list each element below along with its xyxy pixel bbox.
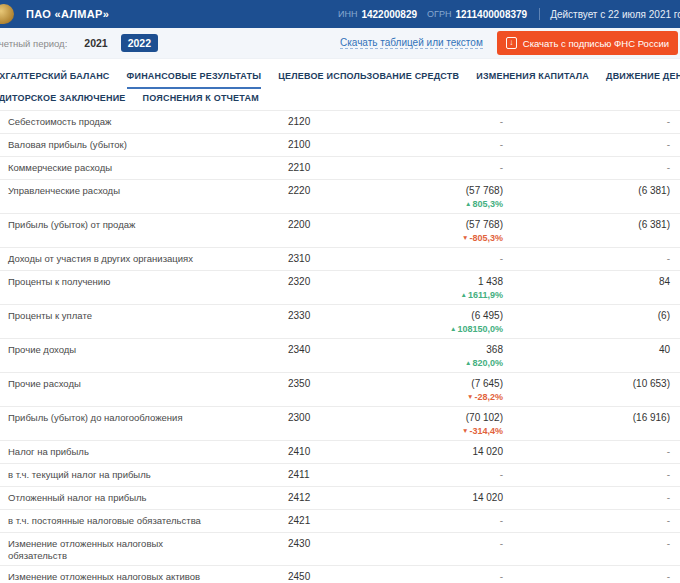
cell-value: - xyxy=(667,446,670,457)
value-prior: (6 381) xyxy=(503,185,680,197)
status-badge: Действует с 22 июля 2021 года xyxy=(550,9,680,20)
row-code: 2220 xyxy=(288,185,358,196)
value-prior: 84 xyxy=(503,276,680,288)
row-code: 2210 xyxy=(288,162,358,173)
value-prior: (6) xyxy=(503,310,680,322)
row-code: 2430 xyxy=(288,538,358,549)
tab-capital-changes[interactable]: ИЗМЕНЕНИЯ КАПИТАЛА xyxy=(476,67,589,89)
year-2022-button[interactable]: 2022 xyxy=(121,34,158,52)
value-prior: (16 916) xyxy=(503,412,680,424)
value-prior: - xyxy=(503,116,680,128)
table-row: Налог на прибыль241014 020- xyxy=(0,441,680,464)
value-prior: - xyxy=(503,446,680,458)
value-current: (6 495)▲108150,0% xyxy=(358,310,503,335)
change-percent: ▼-314,4% xyxy=(358,425,503,437)
cell-value: (57 768) xyxy=(466,185,503,196)
table-row: Отложенный налог на прибыль241214 020- xyxy=(0,487,680,510)
cell-value: 84 xyxy=(659,276,670,287)
row-label: Прочие доходы xyxy=(0,344,288,356)
table-row: Проценты к уплате2330(6 495)▲108150,0%(6… xyxy=(0,305,680,339)
row-code: 2300 xyxy=(288,412,358,423)
cell-value: - xyxy=(667,253,670,264)
change-percent: ▼-28,2% xyxy=(358,391,503,403)
row-code: 2412 xyxy=(288,492,358,503)
top-header-bar: ПАО «АЛМАР» ИНН 1422000829 ОГРН 12114000… xyxy=(0,0,680,28)
row-label: Прочие расходы xyxy=(0,378,288,390)
value-prior: - xyxy=(503,515,680,527)
row-label: в т.ч. текущий налог на прибыль xyxy=(0,469,288,481)
value-current: - xyxy=(358,469,503,481)
value-current: - xyxy=(358,571,503,583)
row-label: Прибыль (убыток) до налогообложения xyxy=(0,412,288,424)
value-current: - xyxy=(358,515,503,527)
change-percent: ▲1611,9% xyxy=(358,289,503,301)
table-row: Валовая прибыль (убыток)2100-- xyxy=(0,134,680,157)
table-row: в т.ч. постоянные налоговые обязательств… xyxy=(0,510,680,533)
cell-value: - xyxy=(667,469,670,480)
tab-report-notes[interactable]: ПОЯСНЕНИЯ К ОТЧЕТАМ xyxy=(143,89,259,109)
download-icon: ↓ xyxy=(506,37,517,49)
triangle-down-icon: ▼ xyxy=(462,234,468,241)
tab-target-funds[interactable]: ЦЕЛЕВОЕ ИСПОЛЬЗОВАНИЕ СРЕДСТВ xyxy=(278,67,459,89)
table-row: Коммерческие расходы2210-- xyxy=(0,157,680,180)
table-row: в т.ч. текущий налог на прибыль2411-- xyxy=(0,464,680,487)
row-label: Проценты к получению xyxy=(0,276,288,288)
triangle-up-icon: ▲ xyxy=(465,200,471,207)
value-current: 368▲820,0% xyxy=(358,344,503,369)
row-code: 2120 xyxy=(288,116,358,127)
value-prior: - xyxy=(503,538,680,550)
cell-value: (16 916) xyxy=(633,412,670,423)
row-label: Себестоимость продаж xyxy=(0,116,288,128)
download-signed-label: Скачать с подписью ФНС России xyxy=(523,38,669,49)
value-current: - xyxy=(358,538,503,550)
company-registration-info: ИНН 1422000829 ОГРН 1211400008379 Действ… xyxy=(338,8,680,20)
tab-financial-results[interactable]: ФИНАНСОВЫЕ РЕЗУЛЬТАТЫ xyxy=(127,67,262,89)
value-current: (70 102)▼-314,4% xyxy=(358,412,503,437)
cell-value: - xyxy=(667,116,670,127)
year-2021-button[interactable]: 2021 xyxy=(77,34,114,52)
value-prior: - xyxy=(503,253,680,265)
row-code: 2450 xyxy=(288,571,358,582)
row-label: Изменение отложенных налоговых активов xyxy=(0,571,288,583)
company-name: ПАО «АЛМАР» xyxy=(26,8,109,20)
period-bar: Отчетный период: 2021 2022 Скачать табли… xyxy=(0,28,680,59)
row-code: 2320 xyxy=(288,276,358,287)
cell-value: 1 438 xyxy=(478,276,503,287)
download-table-link[interactable]: Скачать таблицей или текстом xyxy=(340,37,483,49)
cell-value: - xyxy=(667,571,670,582)
cell-value: (6 381) xyxy=(638,219,670,230)
value-current: - xyxy=(358,116,503,128)
table-row: Проценты к получению23201 438▲1611,9%84 xyxy=(0,271,680,305)
row-label: Валовая прибыль (убыток) xyxy=(0,139,288,151)
cell-value: 14 020 xyxy=(472,446,503,457)
value-prior: - xyxy=(503,469,680,481)
cell-value: - xyxy=(667,492,670,503)
ogrn-value: 1211400008379 xyxy=(455,9,527,20)
value-prior: - xyxy=(503,571,680,583)
value-current: 1 438▲1611,9% xyxy=(358,276,503,301)
download-signed-button[interactable]: ↓ Скачать с подписью ФНС России xyxy=(497,31,678,55)
ogrn-label: ОГРН xyxy=(427,9,451,19)
table-row: Прочие расходы2350(7 645)▼-28,2%(10 653) xyxy=(0,373,680,407)
cell-value: 40 xyxy=(659,344,670,355)
value-current: 14 020 xyxy=(358,492,503,504)
row-code: 2200 xyxy=(288,219,358,230)
table-row: Изменение отложенных налоговых обязатель… xyxy=(0,533,680,566)
tab-balance[interactable]: БУХГАЛТЕРСКИЙ БАЛАНС xyxy=(0,67,110,89)
cell-value: 14 020 xyxy=(472,492,503,503)
row-code: 2410 xyxy=(288,446,358,457)
table-row: Прочие доходы2340368▲820,0%40 xyxy=(0,339,680,373)
row-label: Изменение отложенных налоговых обязатель… xyxy=(0,538,288,562)
row-code: 2421 xyxy=(288,515,358,526)
cell-value: (6 381) xyxy=(638,185,670,196)
tab-cash-flow[interactable]: ДВИЖЕНИЕ ДЕН. СРЕДСТВ xyxy=(606,67,680,89)
cell-value: - xyxy=(667,538,670,549)
table-row: Управленческие расходы2220(57 768)▲805,3… xyxy=(0,180,680,214)
table-row: Прибыль (убыток) до налогообложения2300(… xyxy=(0,407,680,441)
change-percent: ▲820,0% xyxy=(358,357,503,369)
cell-value: - xyxy=(667,139,670,150)
change-percent: ▲108150,0% xyxy=(358,323,503,335)
tab-audit-report[interactable]: АУДИТОРСКОЕ ЗАКЛЮЧЕНИЕ xyxy=(0,89,126,109)
row-label: Проценты к уплате xyxy=(0,310,288,322)
table-row: Себестоимость продаж2120-- xyxy=(0,111,680,134)
